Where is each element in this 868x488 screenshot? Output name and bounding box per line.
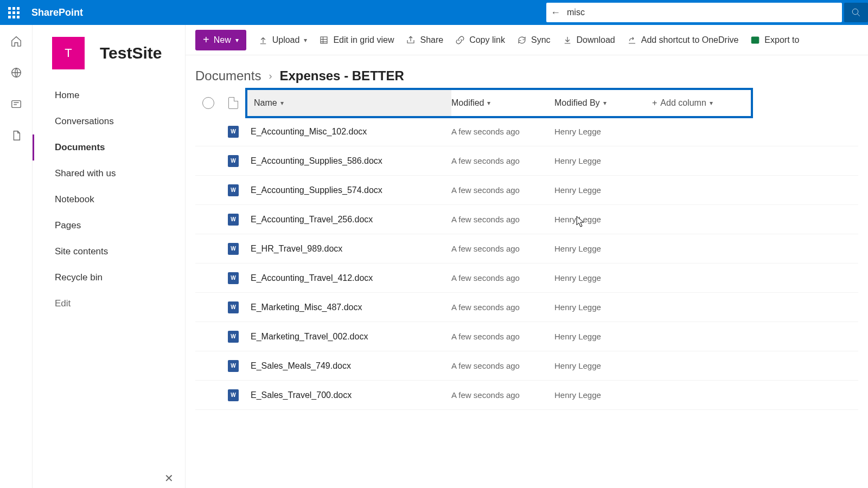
- table-row[interactable]: E_Marketing_Misc_487.docxA few seconds a…: [195, 293, 858, 322]
- select-all[interactable]: [195, 97, 221, 109]
- word-icon: [228, 331, 239, 343]
- file-modified-by: Henry Legge: [554, 127, 652, 136]
- plus-icon: +: [652, 98, 657, 108]
- search-input[interactable]: [567, 8, 838, 17]
- chevron-down-icon: ▾: [235, 36, 239, 44]
- table-row[interactable]: E_Accounting_Travel_256.docxA few second…: [195, 205, 858, 234]
- nav-item-edit[interactable]: Edit: [33, 291, 185, 317]
- upload-button[interactable]: Upload ▾: [258, 35, 308, 45]
- add-shortcut-button[interactable]: Add shortcut to OneDrive: [627, 35, 739, 45]
- breadcrumb-current: Expenses - BETTER: [279, 68, 404, 84]
- content-area: + New ▾ Upload ▾ Edit in grid view Share…: [186, 25, 868, 488]
- svg-line-1: [857, 14, 860, 16]
- new-button[interactable]: + New ▾: [195, 30, 246, 50]
- chevron-down-icon: ▾: [280, 99, 284, 107]
- word-icon: [228, 184, 239, 196]
- file-name[interactable]: E_Accounting_Travel_412.docx: [245, 273, 451, 283]
- breadcrumb: Documents › Expenses - BETTER: [186, 55, 868, 89]
- column-modified[interactable]: Modified▾: [451, 98, 554, 108]
- circle-icon: [202, 97, 214, 109]
- download-icon: [563, 35, 572, 45]
- add-column-label: Add column: [660, 98, 706, 108]
- copy-link-button[interactable]: Copy link: [455, 35, 505, 45]
- file-name[interactable]: E_Accounting_Supplies_586.docx: [245, 156, 451, 166]
- file-modified: A few seconds ago: [451, 185, 554, 195]
- file-name[interactable]: E_Accounting_Supplies_574.docx: [245, 185, 451, 195]
- rail-globe-button[interactable]: [10, 66, 23, 79]
- table-row[interactable]: E_Accounting_Supplies_574.docxA few seco…: [195, 176, 858, 205]
- edit-grid-button[interactable]: Edit in grid view: [319, 35, 394, 45]
- search-box[interactable]: ←: [546, 3, 842, 22]
- word-icon: [228, 214, 239, 226]
- share-label: Share: [420, 35, 443, 45]
- word-icon: [228, 389, 239, 401]
- share-button[interactable]: Share: [406, 35, 443, 45]
- brand-label[interactable]: SharePoint: [31, 7, 83, 18]
- close-icon[interactable]: ✕: [164, 472, 174, 488]
- rail-files-button[interactable]: [10, 129, 23, 142]
- nav-item-conversations[interactable]: Conversations: [33, 108, 185, 134]
- top-bar: SharePoint ←: [0, 0, 868, 25]
- export-button[interactable]: X Export to: [750, 35, 799, 45]
- file-modified: A few seconds ago: [451, 390, 554, 400]
- file-name[interactable]: E_Sales_Meals_749.docx: [245, 361, 451, 371]
- table-row[interactable]: E_Accounting_Travel_412.docxA few second…: [195, 264, 858, 293]
- app-launcher-button[interactable]: [0, 0, 27, 25]
- add-column-button[interactable]: + Add column ▾: [652, 98, 713, 108]
- nav-item-shared-with-us[interactable]: Shared with us: [33, 160, 185, 187]
- file-modified-by: Henry Legge: [554, 332, 652, 341]
- nav-item-site-contents[interactable]: Site contents: [33, 239, 185, 265]
- file-modified: A few seconds ago: [451, 156, 554, 165]
- table-header: Name▾ Modified▾ Modified By▾ + Add colum…: [195, 89, 858, 117]
- waffle-icon: [8, 7, 20, 18]
- search-button[interactable]: [844, 3, 868, 22]
- table-row[interactable]: E_Accounting_Supplies_586.docxA few seco…: [195, 146, 858, 176]
- file-modified-by: Henry Legge: [554, 215, 652, 224]
- shortcut-icon: [627, 35, 637, 45]
- file-modified: A few seconds ago: [451, 303, 554, 312]
- download-button[interactable]: Download: [563, 35, 615, 45]
- file-name[interactable]: E_Marketing_Misc_487.docx: [245, 303, 451, 312]
- file-name[interactable]: E_HR_Travel_989.docx: [245, 244, 451, 254]
- command-bar: + New ▾ Upload ▾ Edit in grid view Share…: [186, 25, 868, 55]
- file-modified-by: Henry Legge: [554, 273, 652, 282]
- left-nav: T TestSite HomeConversationsDocumentsSha…: [33, 25, 186, 488]
- file-modified-by: Henry Legge: [554, 244, 652, 253]
- nav-item-home[interactable]: Home: [33, 82, 185, 108]
- table-row[interactable]: E_HR_Travel_989.docxA few seconds agoHen…: [195, 234, 858, 264]
- table-row[interactable]: E_Sales_Travel_700.docxA few seconds ago…: [195, 381, 858, 410]
- file-name[interactable]: E_Accounting_Misc_102.docx: [245, 127, 451, 137]
- document-icon: [228, 97, 238, 109]
- file-modified: A few seconds ago: [451, 361, 554, 370]
- rail-news-button[interactable]: [10, 98, 23, 111]
- file-modified-by: Henry Legge: [554, 390, 652, 400]
- table-row[interactable]: E_Sales_Meals_749.docxA few seconds agoH…: [195, 351, 858, 381]
- site-logo[interactable]: T: [52, 37, 85, 69]
- column-name[interactable]: Name▾: [245, 89, 451, 117]
- site-title[interactable]: TestSite: [100, 44, 162, 62]
- breadcrumb-root[interactable]: Documents: [195, 68, 261, 84]
- file-name[interactable]: E_Accounting_Travel_256.docx: [245, 215, 451, 224]
- word-icon: [228, 360, 239, 372]
- file-modified: A few seconds ago: [451, 244, 554, 253]
- search-back-icon[interactable]: ←: [551, 7, 560, 18]
- word-icon: [228, 126, 239, 138]
- file-modified: A few seconds ago: [451, 215, 554, 224]
- sync-button[interactable]: Sync: [517, 35, 551, 45]
- file-name[interactable]: E_Sales_Travel_700.docx: [245, 390, 451, 400]
- file-modified-by: Henry Legge: [554, 303, 652, 312]
- nav-item-documents[interactable]: Documents: [33, 134, 185, 160]
- column-type[interactable]: [221, 97, 245, 109]
- svg-point-0: [852, 9, 858, 15]
- chevron-down-icon: ▾: [487, 99, 490, 107]
- nav-item-recycle-bin[interactable]: Recycle bin: [33, 265, 185, 291]
- table-row[interactable]: E_Marketing_Travel_002.docxA few seconds…: [195, 322, 858, 351]
- svg-text:X: X: [754, 38, 757, 43]
- file-name[interactable]: E_Marketing_Travel_002.docx: [245, 332, 451, 342]
- column-modified-label: Modified: [451, 98, 484, 108]
- nav-item-pages[interactable]: Pages: [33, 213, 185, 239]
- rail-home-button[interactable]: [10, 35, 23, 48]
- column-modified-by[interactable]: Modified By▾: [554, 98, 652, 108]
- nav-item-notebook[interactable]: Notebook: [33, 187, 185, 213]
- table-row[interactable]: E_Accounting_Misc_102.docxA few seconds …: [195, 117, 858, 146]
